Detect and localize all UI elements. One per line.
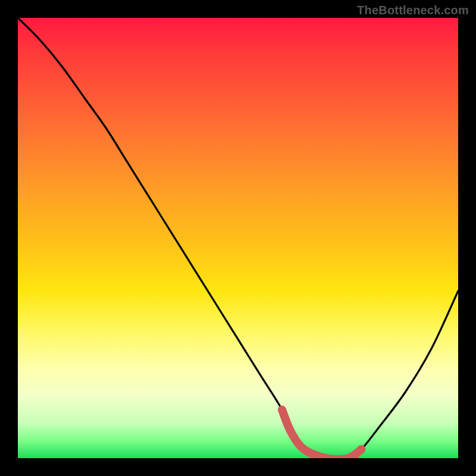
bottleneck-curve-line (18, 18, 458, 458)
bottleneck-marker-dot (357, 445, 365, 453)
bottleneck-curve-svg (18, 18, 458, 458)
chart-frame: TheBottleneck.com (0, 0, 476, 476)
watermark-text: TheBottleneck.com (357, 4, 469, 17)
bottleneck-marker-segment (282, 410, 361, 458)
plot-area (18, 18, 458, 458)
